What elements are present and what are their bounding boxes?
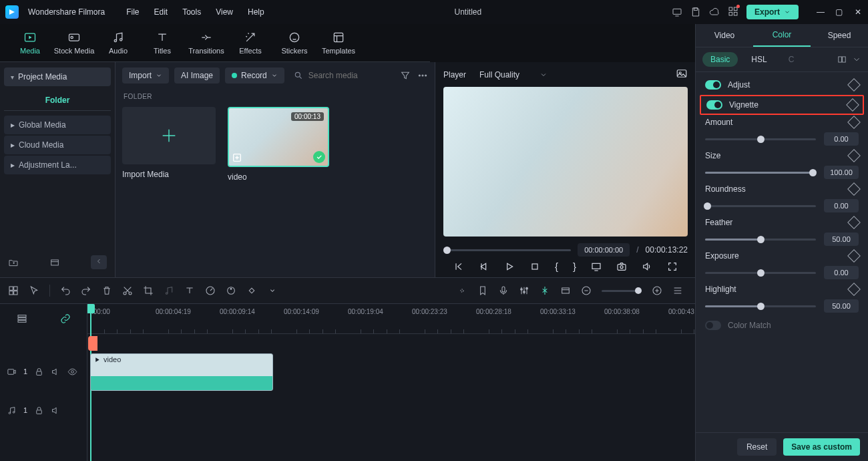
subtab-basic[interactable]: Basic bbox=[702, 52, 738, 67]
text-icon[interactable] bbox=[184, 285, 195, 296]
play-icon[interactable] bbox=[504, 261, 515, 272]
more-tools-icon[interactable] bbox=[267, 285, 278, 296]
delete-icon[interactable] bbox=[101, 285, 112, 296]
keyframe-icon[interactable] bbox=[246, 285, 257, 296]
mark-in-icon[interactable]: { bbox=[555, 261, 558, 272]
lock-icon[interactable] bbox=[34, 367, 44, 377]
keyframe-icon[interactable] bbox=[847, 216, 861, 229]
media-clip-thumbnail[interactable]: 00:00:13 video bbox=[228, 107, 327, 182]
render-icon[interactable] bbox=[560, 285, 571, 296]
tab-templates[interactable]: Templates bbox=[316, 31, 361, 55]
marker-icon[interactable] bbox=[457, 285, 467, 296]
undo-icon[interactable] bbox=[60, 285, 71, 296]
reset-button[interactable]: Reset bbox=[737, 438, 777, 456]
minimize-button[interactable]: — bbox=[816, 7, 825, 17]
settings-icon[interactable] bbox=[8, 285, 19, 296]
sidebar-item-cloud-media[interactable]: ▸Cloud Media bbox=[4, 136, 111, 154]
device-icon[interactable] bbox=[672, 7, 682, 17]
cut-icon[interactable] bbox=[122, 285, 133, 296]
tab-audio[interactable]: Audio bbox=[96, 31, 140, 55]
subtab-hsl[interactable]: HSL bbox=[743, 52, 775, 67]
redo-icon[interactable] bbox=[81, 285, 91, 296]
export-button[interactable]: Export bbox=[746, 5, 799, 19]
toggle-adjust[interactable] bbox=[705, 80, 721, 90]
subtab-curves[interactable]: C bbox=[781, 52, 803, 67]
speed-icon[interactable] bbox=[205, 285, 216, 296]
save-custom-button[interactable]: Save as custom bbox=[783, 438, 860, 456]
tab-media[interactable]: Media bbox=[8, 31, 52, 55]
section-adjust[interactable]: Adjust bbox=[696, 75, 868, 95]
tab-titles[interactable]: Titles bbox=[140, 31, 184, 55]
keyframe-icon[interactable] bbox=[847, 182, 861, 196]
timeline-options-icon[interactable] bbox=[17, 313, 27, 324]
record-button[interactable]: Record bbox=[225, 67, 284, 84]
eye-icon[interactable] bbox=[67, 367, 77, 377]
collapse-sidebar-button[interactable] bbox=[91, 255, 107, 269]
crop-icon[interactable] bbox=[143, 285, 154, 296]
zoom-out-icon[interactable] bbox=[581, 285, 592, 296]
tab-color[interactable]: Color bbox=[753, 24, 811, 47]
pointer-icon[interactable] bbox=[29, 285, 39, 296]
lock-icon[interactable] bbox=[34, 406, 44, 416]
keyframe-icon[interactable] bbox=[847, 116, 861, 129]
more-icon[interactable] bbox=[417, 70, 428, 81]
cloud-icon[interactable] bbox=[709, 7, 720, 17]
zoom-in-icon[interactable] bbox=[652, 285, 662, 296]
toggle-color-match[interactable] bbox=[705, 321, 721, 330]
mic-icon[interactable] bbox=[498, 285, 509, 296]
toggle-vignette[interactable] bbox=[706, 100, 722, 110]
color-icon[interactable] bbox=[226, 285, 236, 296]
timeline-tracks[interactable]: :00:0000:00:04:1900:00:09:1400:00:14:090… bbox=[87, 304, 696, 461]
keyframe-icon[interactable] bbox=[847, 78, 861, 92]
menu-view[interactable]: View bbox=[216, 7, 233, 17]
section-color-match[interactable]: Color Match bbox=[696, 315, 868, 335]
audio-track-header[interactable]: 1 bbox=[0, 391, 87, 430]
feather-slider[interactable] bbox=[705, 239, 816, 241]
tab-speed[interactable]: Speed bbox=[811, 24, 868, 47]
zoom-slider[interactable] bbox=[602, 290, 642, 292]
snapshot-icon[interactable] bbox=[616, 261, 627, 272]
search-input[interactable] bbox=[307, 70, 377, 81]
step-back-icon[interactable] bbox=[479, 261, 489, 272]
sidebar-folder-tab[interactable]: Folder bbox=[4, 90, 111, 111]
tab-video[interactable]: Video bbox=[696, 24, 753, 47]
filter-icon[interactable] bbox=[400, 70, 411, 81]
size-slider[interactable] bbox=[705, 172, 816, 174]
video-track-header[interactable]: 1 bbox=[0, 352, 87, 391]
keyframe-icon[interactable] bbox=[846, 98, 859, 112]
search-media[interactable] bbox=[290, 67, 395, 84]
display-icon[interactable] bbox=[591, 261, 602, 272]
chevron-down-icon[interactable] bbox=[852, 55, 861, 64]
keyframe-icon[interactable] bbox=[847, 149, 861, 162]
sidebar-item-project-media[interactable]: ▾Project Media bbox=[4, 67, 111, 86]
tab-effects[interactable]: Effects bbox=[228, 31, 272, 55]
mixer-icon[interactable] bbox=[519, 285, 529, 296]
keyframe-icon[interactable] bbox=[847, 283, 861, 296]
mute-icon[interactable] bbox=[51, 406, 61, 416]
amount-value[interactable]: 0.00 bbox=[824, 132, 859, 146]
amount-slider[interactable] bbox=[705, 138, 816, 140]
image-icon[interactable] bbox=[676, 67, 688, 80]
volume-icon[interactable] bbox=[642, 261, 652, 272]
menu-tools[interactable]: Tools bbox=[182, 7, 201, 17]
timeline-ruler[interactable]: :00:0000:00:04:1900:00:09:1400:00:14:090… bbox=[87, 304, 696, 334]
feather-value[interactable]: 50.00 bbox=[824, 233, 859, 246]
preview-scrubber[interactable] bbox=[443, 249, 571, 251]
new-folder-icon[interactable] bbox=[8, 257, 19, 268]
prev-frame-icon[interactable] bbox=[453, 261, 464, 272]
add-to-timeline-icon[interactable] bbox=[232, 152, 242, 163]
fullscreen-icon[interactable] bbox=[667, 261, 678, 272]
exposure-slider[interactable] bbox=[705, 272, 816, 274]
timeline-clip[interactable]: video bbox=[90, 353, 273, 391]
tab-transitions[interactable]: Transitions bbox=[184, 31, 228, 55]
highlight-slider[interactable] bbox=[705, 305, 816, 307]
mute-icon[interactable] bbox=[51, 367, 61, 377]
sidebar-item-adjustment[interactable]: ▸Adjustment La... bbox=[4, 156, 111, 174]
save-icon[interactable] bbox=[690, 7, 701, 17]
keyframe-icon[interactable] bbox=[847, 249, 861, 263]
new-bin-icon[interactable] bbox=[49, 257, 60, 268]
highlight-value[interactable]: 50.00 bbox=[824, 299, 859, 313]
sidebar-item-global-media[interactable]: ▸Global Media bbox=[4, 116, 111, 134]
apps-icon[interactable] bbox=[728, 6, 738, 17]
razor-icon[interactable] bbox=[539, 285, 550, 296]
